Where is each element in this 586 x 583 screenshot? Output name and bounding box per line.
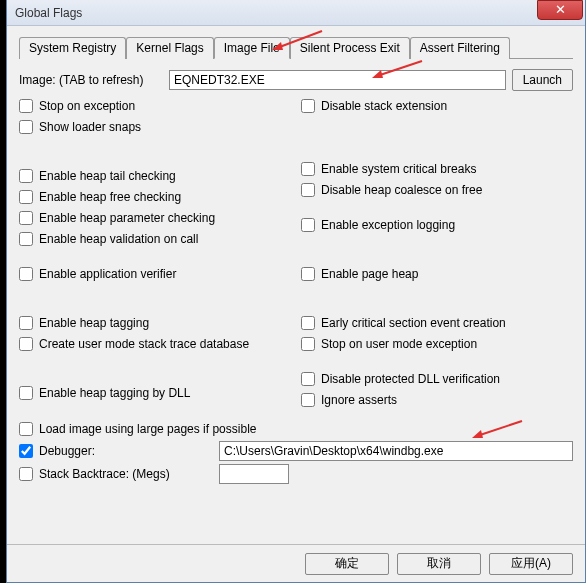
image-row: Image: (TAB to refresh) Launch	[19, 69, 573, 91]
chk-stop-user-except[interactable]: Stop on user mode exception	[301, 335, 573, 353]
checkbox[interactable]	[301, 393, 315, 407]
checkbox[interactable]	[301, 267, 315, 281]
checkbox[interactable]	[301, 218, 315, 232]
tab-assert-filtering[interactable]: Assert Filtering	[410, 37, 510, 59]
chk-heap-valid[interactable]: Enable heap validation on call	[19, 230, 291, 248]
chk-stack-trace-db[interactable]: Create user mode stack trace database	[19, 335, 291, 353]
chk-heap-tag-dll[interactable]: Enable heap tagging by DLL	[19, 384, 291, 402]
chk-stop-on-exception[interactable]: Stop on exception	[19, 97, 291, 115]
apply-button[interactable]: 应用(A)	[489, 553, 573, 575]
chk-stack-backtrace[interactable]: Stack Backtrace: (Megs)	[19, 465, 219, 483]
checkbox[interactable]	[19, 99, 33, 113]
chk-heap-param[interactable]: Enable heap parameter checking	[19, 209, 291, 227]
left-column: Stop on exception Show loader snaps Enab…	[19, 97, 291, 412]
chk-disable-stack-ext[interactable]: Disable stack extension	[301, 97, 573, 115]
chk-early-crit[interactable]: Early critical section event creation	[301, 314, 573, 332]
chk-heap-tail[interactable]: Enable heap tail checking	[19, 167, 291, 185]
checkbox[interactable]	[19, 422, 33, 436]
chk-show-loader-snaps[interactable]: Show loader snaps	[19, 118, 291, 136]
tab-silent-process-exit[interactable]: Silent Process Exit	[290, 37, 410, 59]
tab-system-registry[interactable]: System Registry	[19, 37, 126, 59]
stack-backtrace-row: Stack Backtrace: (Megs)	[19, 464, 573, 484]
checkbox[interactable]	[19, 267, 33, 281]
close-button[interactable]: ✕	[537, 0, 583, 20]
global-flags-window: Global Flags ✕ System Registry Kernel Fl…	[6, 0, 586, 583]
window-title: Global Flags	[15, 6, 82, 20]
launch-button[interactable]: Launch	[512, 69, 573, 91]
checkbox[interactable]	[19, 337, 33, 351]
checkbox[interactable]	[19, 232, 33, 246]
chk-ignore-asserts[interactable]: Ignore asserts	[301, 391, 573, 409]
chk-heap-coalesce[interactable]: Disable heap coalesce on free	[301, 181, 573, 199]
checkbox[interactable]	[301, 99, 315, 113]
debugger-input[interactable]	[219, 441, 573, 461]
checkbox[interactable]	[19, 386, 33, 400]
checkbox[interactable]	[19, 211, 33, 225]
checkbox[interactable]	[19, 467, 33, 481]
chk-app-verifier[interactable]: Enable application verifier	[19, 265, 291, 283]
chk-large-pages[interactable]: Load image using large pages if possible	[19, 420, 573, 438]
client-area: System Registry Kernel Flags Image File …	[7, 26, 585, 492]
stack-backtrace-input[interactable]	[219, 464, 289, 484]
checkbox[interactable]	[19, 316, 33, 330]
debugger-checkbox[interactable]	[19, 444, 33, 458]
checkbox[interactable]	[301, 337, 315, 351]
checkbox[interactable]	[301, 162, 315, 176]
chk-disable-prot-dll[interactable]: Disable protected DLL verification	[301, 370, 573, 388]
checkbox[interactable]	[301, 316, 315, 330]
chk-heap-free[interactable]: Enable heap free checking	[19, 188, 291, 206]
chk-sys-crit[interactable]: Enable system critical breaks	[301, 160, 573, 178]
checkbox[interactable]	[19, 120, 33, 134]
checkbox[interactable]	[301, 372, 315, 386]
tab-kernel-flags[interactable]: Kernel Flags	[126, 37, 213, 59]
checkbox[interactable]	[19, 169, 33, 183]
right-column: Disable stack extension Enable system cr…	[301, 97, 573, 412]
checkbox[interactable]	[301, 183, 315, 197]
bottom-rows: Load image using large pages if possible…	[19, 420, 573, 484]
checkbox[interactable]	[19, 190, 33, 204]
ok-button[interactable]: 确定	[305, 553, 389, 575]
debugger-row: Debugger:	[19, 441, 573, 461]
image-label: Image: (TAB to refresh)	[19, 73, 169, 87]
close-icon: ✕	[555, 2, 566, 17]
chk-heap-tagging[interactable]: Enable heap tagging	[19, 314, 291, 332]
image-input[interactable]	[169, 70, 506, 90]
tab-image-file[interactable]: Image File	[214, 37, 290, 59]
chk-page-heap[interactable]: Enable page heap	[301, 265, 573, 283]
cancel-button[interactable]: 取消	[397, 553, 481, 575]
chk-debugger[interactable]: Debugger:	[19, 442, 219, 460]
checkbox-columns: Stop on exception Show loader snaps Enab…	[19, 97, 573, 412]
dialog-footer: 确定 取消 应用(A)	[7, 544, 585, 582]
chk-except-log[interactable]: Enable exception logging	[301, 216, 573, 234]
titlebar: Global Flags ✕	[7, 0, 585, 26]
tab-bar: System Registry Kernel Flags Image File …	[19, 36, 573, 59]
